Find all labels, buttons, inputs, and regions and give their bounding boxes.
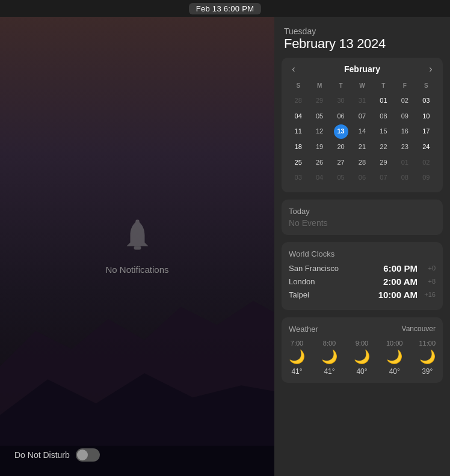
calendar-day[interactable]: 14	[351, 124, 372, 139]
calendar-day[interactable]: 05	[309, 109, 330, 124]
calendar-section: Tuesday February 13 2024 ‹ February › S …	[282, 26, 443, 192]
no-events-label: No Events	[289, 218, 436, 228]
clock-time: 10:00 AM	[378, 290, 418, 300]
calendar-day[interactable]: 09	[416, 171, 437, 185]
calendar-nav: ‹ February ›	[288, 64, 437, 75]
calendar-day[interactable]: 28	[351, 156, 372, 170]
weather-title: Weather	[289, 325, 318, 334]
notification-panel: No Notifications Do Not Disturb	[0, 17, 274, 476]
clock-time: 6:00 PM	[383, 263, 418, 273]
calendar-day[interactable]: 30	[330, 94, 351, 108]
calendar-day[interactable]: 04	[288, 109, 309, 124]
clock-row-0: San Francisco 6:00 PM +0	[289, 263, 436, 273]
calendar-day[interactable]: 01	[373, 94, 394, 108]
calendar-day[interactable]: 18	[288, 140, 309, 154]
calendar-day[interactable]: 15	[373, 124, 394, 139]
header-wed: W	[351, 79, 372, 93]
calendar-day[interactable]: 02	[394, 94, 415, 108]
weather-time: 7:00	[291, 340, 303, 347]
calendar-week-0: 28293031010203	[288, 94, 437, 108]
calendar-day[interactable]: 29	[309, 94, 330, 108]
main-container: No Notifications Do Not Disturb Tuesday …	[0, 17, 450, 476]
no-notifications-text: No Notifications	[105, 264, 168, 275]
header-sat: S	[416, 79, 437, 93]
svg-rect-5	[135, 220, 139, 224]
calendar-day[interactable]: 10	[416, 109, 437, 124]
calendar-day[interactable]: 13	[334, 124, 348, 139]
calendar-week-5: 03040506070809	[288, 171, 437, 185]
dnd-toggle[interactable]	[76, 448, 100, 462]
clocks-list: San Francisco 6:00 PM +0 London 2:00 AM …	[289, 263, 436, 300]
month-label: February	[344, 64, 380, 74]
weather-temp: 41°	[291, 367, 302, 376]
calendar-day[interactable]: 23	[394, 140, 415, 154]
calendar-widget: ‹ February › S M T W T F S	[282, 58, 443, 192]
prev-month-button[interactable]: ‹	[288, 64, 300, 75]
calendar-day[interactable]: 29	[373, 156, 394, 170]
header-sun: S	[288, 79, 309, 93]
svg-rect-3	[134, 246, 141, 250]
calendar-day[interactable]: 24	[416, 140, 437, 154]
calendar-day[interactable]: 19	[309, 140, 330, 154]
next-month-button[interactable]: ›	[425, 64, 437, 75]
clock-city: Taipei	[289, 290, 378, 299]
calendar-day[interactable]: 03	[416, 94, 437, 108]
calendar-day[interactable]: 25	[288, 156, 309, 170]
calendar-day[interactable]: 05	[330, 171, 351, 185]
calendar-day-headers: S M T W T F S	[288, 79, 437, 93]
calendar-day[interactable]: 16	[394, 124, 415, 139]
calendar-day[interactable]: 22	[373, 140, 394, 154]
calendar-day[interactable]: 28	[288, 94, 309, 108]
calendar-day[interactable]: 04	[309, 171, 330, 185]
calendar-header-text: Tuesday February 13 2024	[282, 26, 443, 52]
notification-area: No Notifications	[105, 219, 168, 275]
calendar-day[interactable]: 21	[351, 140, 372, 154]
today-label: Today	[289, 207, 436, 216]
calendar-day[interactable]: 17	[416, 124, 437, 139]
weather-col-1: 8:00 🌙 41°	[321, 340, 338, 376]
header-mon: M	[309, 79, 330, 93]
calendar-day[interactable]: 01	[394, 156, 415, 170]
world-clocks-section: World Clocks San Francisco 6:00 PM +0 Lo…	[282, 242, 443, 310]
bell-icon	[119, 219, 155, 257]
calendar-day[interactable]: 26	[309, 156, 330, 170]
clock-time: 2:00 AM	[383, 276, 418, 287]
datetime-display: Feb 13 6:00 PM	[189, 3, 262, 14]
clock-row-1: London 2:00 AM +8	[289, 276, 436, 287]
weather-grid: 7:00 🌙 41° 8:00 🌙 41° 9:00 🌙 40° 10:00 🌙…	[289, 340, 436, 376]
calendar-day[interactable]: 07	[351, 109, 372, 124]
calendar-day[interactable]: 09	[394, 109, 415, 124]
calendar-day[interactable]: 31	[351, 94, 372, 108]
dnd-toggle-knob	[77, 450, 88, 460]
weather-col-2: 9:00 🌙 40°	[354, 340, 370, 376]
clock-offset: +8	[421, 278, 436, 285]
calendar-day[interactable]: 06	[351, 171, 372, 185]
weather-header: Weather Vancouver	[289, 325, 436, 334]
clock-offset: +16	[421, 291, 436, 298]
weather-time: 11:00	[419, 340, 436, 347]
weather-col-0: 7:00 🌙 41°	[289, 340, 305, 376]
clock-offset: +0	[421, 264, 436, 272]
calendar-rows: 2829303101020304050607080910111213141516…	[288, 94, 437, 185]
calendar-day[interactable]: 06	[330, 109, 351, 124]
calendar-day[interactable]: 03	[288, 171, 309, 185]
calendar-day[interactable]: 20	[330, 140, 351, 154]
weather-icon: 🌙	[354, 349, 370, 365]
calendar-day[interactable]: 08	[394, 171, 415, 185]
calendar-week-1: 04050607080910	[288, 109, 437, 124]
calendar-day[interactable]: 12	[309, 124, 330, 139]
dnd-label: Do Not Disturb	[14, 450, 70, 460]
weather-icon: 🌙	[289, 349, 305, 365]
calendar-day[interactable]: 11	[288, 124, 309, 139]
calendar-day[interactable]: 02	[416, 156, 437, 170]
weather-temp: 41°	[324, 367, 334, 376]
calendar-day[interactable]: 07	[373, 171, 394, 185]
weather-col-4: 11:00 🌙 39°	[419, 340, 436, 376]
events-section: Today No Events	[282, 200, 443, 235]
weather-icon: 🌙	[321, 349, 338, 365]
calendar-day[interactable]: 08	[373, 109, 394, 124]
calendar-week-4: 25262728290102	[288, 156, 437, 170]
weather-time: 9:00	[356, 340, 368, 347]
header-fri: F	[394, 79, 415, 93]
calendar-day[interactable]: 27	[330, 156, 351, 170]
